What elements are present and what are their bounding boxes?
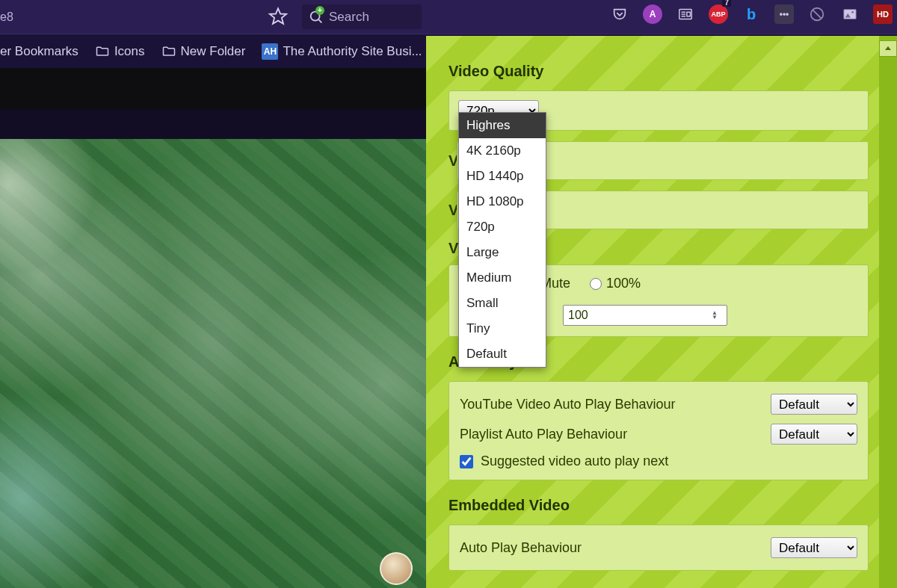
row-label: YouTube Video Auto Play Behaviour <box>460 397 676 412</box>
bookmark-label: The Authority Site Busi... <box>283 44 422 59</box>
svg-rect-7 <box>687 12 691 16</box>
browser-toolbar: e8 + Search A ABP 7 b ••• HD <box>0 0 897 34</box>
bookmark-item[interactable]: AH The Authority Site Busi... <box>262 43 422 60</box>
svg-line-9 <box>813 10 822 19</box>
section-title-video-quality: Video Quality <box>449 63 869 80</box>
svg-marker-0 <box>270 8 286 24</box>
extension-dots-icon[interactable]: ••• <box>774 4 794 24</box>
search-icon: + <box>308 9 324 25</box>
autoplay-youtube-row: YouTube Video Auto Play Behaviour Defaul… <box>460 389 857 419</box>
spin-buttons-icon[interactable]: ▲▼ <box>712 311 722 320</box>
extension-a-icon[interactable]: A <box>643 4 662 24</box>
row-label: Playlist Auto Play Behaviour <box>460 427 627 442</box>
svg-line-2 <box>318 19 321 22</box>
svg-marker-14 <box>885 46 891 50</box>
video-player[interactable] <box>0 139 426 588</box>
radio-icon[interactable] <box>590 278 602 290</box>
bookmark-label: New Folder <box>181 44 246 59</box>
checkbox-label: Suggested video auto play next <box>481 454 668 469</box>
folder-icon <box>161 44 176 59</box>
volume-100-radio[interactable]: 100% <box>590 276 641 291</box>
autoplay-field-group: YouTube Video Auto Play Behaviour Defaul… <box>449 381 869 480</box>
quality-option-1080p[interactable]: HD 1080p <box>459 189 546 214</box>
quality-option-4k[interactable]: 4K 2160p <box>459 138 546 164</box>
site-favicon-icon: AH <box>262 43 278 60</box>
hd-extension-icon[interactable]: HD <box>873 4 893 24</box>
section-title-embedded: Embedded Video <box>449 497 869 514</box>
bookmark-folder[interactable]: Icons <box>95 44 145 59</box>
picture-icon[interactable] <box>840 4 860 24</box>
search-plus-badge-icon: + <box>315 6 324 15</box>
bookmark-star-icon[interactable] <box>268 6 289 30</box>
volume-value: 100 <box>568 309 588 322</box>
quality-option-small[interactable]: Small <box>459 291 546 316</box>
channel-avatar-icon[interactable] <box>380 552 413 585</box>
bookmark-folder[interactable]: er Bookmarks <box>0 44 78 59</box>
pocket-icon[interactable] <box>610 4 629 24</box>
search-placeholder: Search <box>329 10 369 25</box>
extension-icons: A ABP 7 b ••• HD <box>610 4 893 24</box>
quality-option-720p[interactable]: 720p <box>459 214 546 240</box>
row-label: Auto Play Behaviour <box>460 540 582 556</box>
autoplay-playlist-select[interactable]: Default <box>771 424 857 445</box>
news-icon[interactable] <box>676 4 695 24</box>
adblock-icon[interactable]: ABP 7 <box>709 4 728 24</box>
adblock-label: ABP <box>711 10 725 18</box>
quality-option-medium[interactable]: Medium <box>459 265 546 291</box>
radio-label: 100% <box>606 276 641 291</box>
bookmark-folder[interactable]: New Folder <box>161 44 246 59</box>
embedded-autoplay-select[interactable]: Default <box>771 537 857 558</box>
address-bar-fragment[interactable]: e8 <box>0 10 262 24</box>
bookmark-label: er Bookmarks <box>0 44 78 59</box>
extension-b-icon[interactable]: b <box>742 4 761 24</box>
checkbox-icon[interactable] <box>460 455 473 468</box>
autoplay-playlist-row: Playlist Auto Play Behaviour Default <box>460 419 857 449</box>
embedded-autoplay-row: Auto Play Behaviour Default <box>460 533 857 563</box>
quality-option-large[interactable]: Large <box>459 240 546 265</box>
autoplay-youtube-select[interactable]: Default <box>771 394 857 415</box>
video-quality-dropdown[interactable]: Highres 4K 2160p HD 1440p HD 1080p 720p … <box>458 112 546 368</box>
quality-option-1440p[interactable]: HD 1440p <box>459 164 546 189</box>
adblock-count-badge: 7 <box>722 0 731 7</box>
autoplay-suggested-checkbox[interactable]: Suggested video auto play next <box>460 449 857 469</box>
quality-option-tiny[interactable]: Tiny <box>459 316 546 341</box>
embedded-field-group: Auto Play Behaviour Default <box>449 524 869 571</box>
quality-option-highres[interactable]: Highres <box>459 113 546 138</box>
folder-icon <box>95 44 110 59</box>
panel-collapse-tab[interactable] <box>879 40 897 57</box>
search-box[interactable]: + Search <box>302 4 422 29</box>
panel-scroll-track[interactable] <box>879 36 897 588</box>
bookmark-label: Icons <box>114 44 145 59</box>
no-symbol-icon[interactable] <box>807 4 827 24</box>
volume-number-input[interactable]: 100 ▲▼ <box>563 305 727 326</box>
svg-point-13 <box>851 11 854 13</box>
quality-option-default[interactable]: Default <box>459 341 546 367</box>
